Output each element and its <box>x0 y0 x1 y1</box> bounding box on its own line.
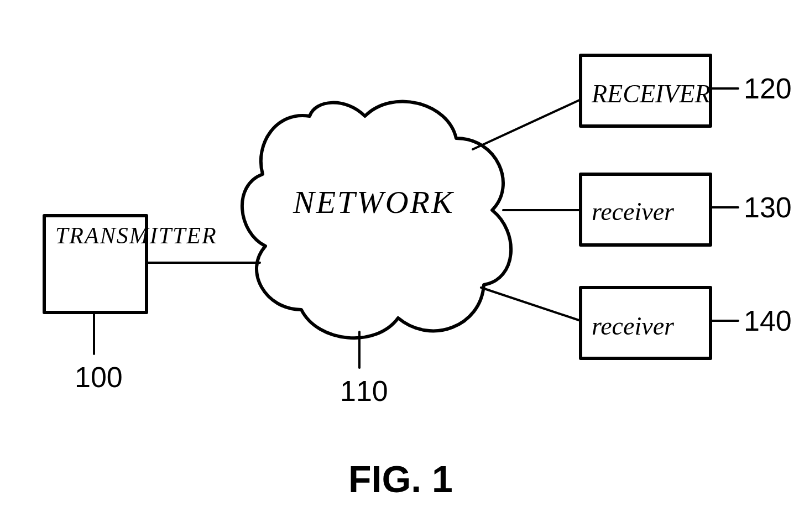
transmitter-label: TRANSMITTER <box>55 223 217 248</box>
network-ref: 110 <box>340 375 388 407</box>
link-net-rx3 <box>481 288 581 321</box>
receiver-3-label: receiver <box>592 312 675 340</box>
figure-label: FIG. 1 <box>348 458 453 500</box>
link-net-rx1 <box>473 100 581 149</box>
transmitter-block: TRANSMITTER 100 <box>44 216 217 393</box>
diagram-canvas: .ink { stroke:#000; stroke-width:6; fill… <box>0 0 799 532</box>
receiver-1-label: RECEIVER <box>591 80 711 108</box>
receiver-2-block: receiver 130 <box>581 174 792 245</box>
network-label: NETWORK <box>293 184 455 220</box>
receiver-3-block: receiver 140 <box>581 288 792 358</box>
receiver-1-block: RECEIVER 120 <box>581 55 792 126</box>
receiver-2-label: receiver <box>592 197 675 226</box>
network-block: NETWORK 110 <box>242 102 511 407</box>
receiver-3-ref: 140 <box>744 305 792 337</box>
receiver-1-ref: 120 <box>744 72 792 105</box>
transmitter-ref: 100 <box>75 361 123 393</box>
receiver-2-ref: 130 <box>744 191 792 223</box>
